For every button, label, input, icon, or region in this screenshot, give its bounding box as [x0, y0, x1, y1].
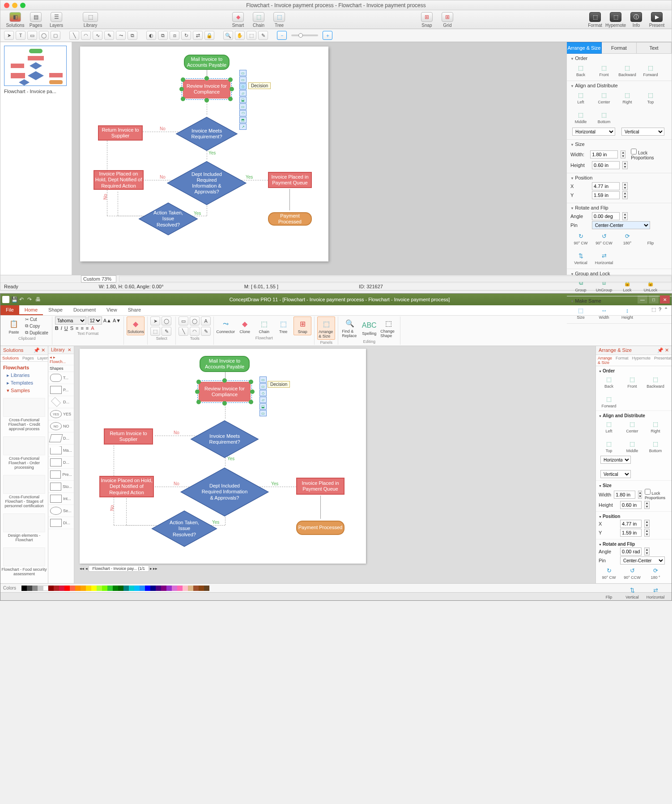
qs-term[interactable]: ▭	[259, 376, 267, 383]
selection-handle[interactable]	[249, 380, 253, 384]
order-front[interactable]: ⬚Front	[595, 64, 612, 77]
maximize-button[interactable]: □	[649, 295, 659, 304]
ellipse-tool[interactable]: ◯	[39, 31, 49, 40]
snap-button[interactable]: ⊞Snap	[417, 12, 437, 28]
align-bottom[interactable]: ⬚Bottom	[595, 111, 612, 124]
qs-decision[interactable]: ◇	[239, 83, 247, 90]
underline-btn[interactable]: U	[64, 325, 68, 331]
chain-button[interactable]: ⬚Chain	[248, 12, 269, 28]
arrange-panel-button[interactable]: ⬚Arrange & Size	[317, 316, 335, 340]
tree-templates[interactable]: ▸ Templates	[3, 379, 45, 387]
pin-icon[interactable]: ✕	[68, 347, 71, 352]
doc-tab[interactable]: Flowchart - Invoice pay... (1/1	[89, 565, 149, 572]
a-right[interactable]: ⬚Right	[647, 420, 664, 433]
order-backward[interactable]: ⬚Backward	[647, 375, 664, 389]
tree-button[interactable]: ⬚Tree	[274, 317, 292, 335]
spline-tool[interactable]: ∿	[93, 31, 102, 40]
selection-handle[interactable]	[228, 97, 233, 101]
order-back[interactable]: ⬚Back	[572, 64, 589, 77]
crop-tool[interactable]: ⬚	[247, 31, 256, 40]
tool-ell[interactable]: ◯	[190, 316, 200, 325]
order-back[interactable]: ⬚Back	[600, 375, 617, 389]
y-input[interactable]	[592, 191, 620, 199]
tab-view[interactable]: View	[101, 305, 123, 315]
selection-handle[interactable]	[196, 380, 201, 384]
a-top[interactable]: ⬚Top	[600, 440, 617, 453]
stepper[interactable]: ▲▼	[622, 161, 628, 169]
same-width[interactable]: ↔Width	[595, 306, 612, 320]
pin-icon[interactable]: 📌 ✕	[34, 347, 45, 353]
r-ccw[interactable]: ↺90° CCW	[624, 566, 641, 580]
tree-libraries[interactable]: ▸ Libraries	[3, 372, 45, 379]
distribute-horiz[interactable]: Horizontal	[572, 128, 615, 136]
pointer-tool[interactable]: ➤	[4, 31, 14, 40]
minimize-button[interactable]: —	[638, 295, 647, 304]
connector-tool[interactable]: ⤳	[116, 31, 126, 40]
selection-handle[interactable]	[179, 87, 184, 91]
lib-manual[interactable]: Ma...	[48, 445, 74, 457]
solutions-button[interactable]: ◆Solutions	[127, 316, 145, 335]
selection-handle[interactable]	[196, 400, 201, 404]
height-input[interactable]	[592, 161, 620, 169]
node-mail-invoice[interactable]: Mail Invoice to Accounts Payable	[200, 356, 250, 372]
qs-manual[interactable]: ⬒	[239, 117, 247, 123]
text-tool[interactable]: T	[16, 31, 26, 40]
qs-db[interactable]: ⬭	[239, 110, 247, 116]
node-mail-invoice[interactable]: Mail Invoice to Accounts Payable	[184, 55, 230, 70]
rotate-cw[interactable]: ↻90° CW	[572, 232, 589, 245]
node-return-invoice[interactable]: Return Invoice to Supplier	[104, 428, 153, 445]
align-r[interactable]: ≡	[86, 325, 89, 331]
group-tool[interactable]: ⧉	[158, 31, 168, 40]
zoom-slider[interactable]	[291, 34, 318, 36]
lib-doc[interactable]: D...	[48, 457, 74, 469]
selection-handle[interactable]	[222, 378, 227, 383]
y-input[interactable]	[620, 529, 642, 537]
clone-tool[interactable]: ⧉	[128, 31, 137, 40]
chain-button[interactable]: ⬚Chain	[255, 317, 273, 335]
zoom-tool[interactable]: 🔍	[223, 31, 233, 40]
library-button[interactable]: ⬚Library	[80, 12, 101, 28]
win-canvas[interactable]: No Yes Yes No Yes No Mail Invoice to Acc…	[80, 349, 366, 564]
cut-button[interactable]: ✂ Cut	[24, 316, 49, 322]
qs-more[interactable]: ↗	[239, 124, 247, 130]
order-forward[interactable]: ⬚Forward	[600, 395, 617, 408]
width-input[interactable]	[590, 150, 618, 158]
rect-tool[interactable]: ▭	[27, 31, 37, 40]
a-center[interactable]: ⬚Center	[624, 420, 641, 433]
lock-prop[interactable]	[645, 489, 651, 495]
quick-shape-panel[interactable]: ▭ ▭ ◇ ▱ ⬓ ▭	[259, 376, 267, 416]
snap-button[interactable]: ⊞Snap	[293, 316, 311, 335]
layers-button[interactable]: ☰Layers	[46, 12, 67, 28]
tool-text[interactable]: A	[201, 316, 211, 325]
order-backward[interactable]: ⬚Backward	[619, 64, 636, 77]
info-button[interactable]: ⓘInfo	[626, 12, 646, 28]
tab-document[interactable]: Document	[68, 305, 101, 315]
tab-nav-prev[interactable]: ◂◂ ◂	[80, 566, 88, 571]
tab-home[interactable]: Home	[19, 305, 43, 315]
pin-icon[interactable]: 📌 ✕	[657, 347, 669, 353]
smart-button[interactable]: ◆Smart	[228, 12, 248, 28]
bold-btn[interactable]: B	[55, 325, 59, 331]
selection-handle[interactable]	[222, 401, 227, 406]
node-payment-processed[interactable]: Payment Processed	[296, 521, 345, 535]
qs-terminator[interactable]: ▭	[239, 70, 247, 76]
lib-seq[interactable]: Se...	[48, 505, 74, 517]
flip-v[interactable]: ⇅Vertical	[624, 586, 641, 599]
copy-button[interactable]: ⧉ Copy	[24, 323, 49, 329]
same-size[interactable]: ⬚Size	[572, 306, 589, 320]
qa-print[interactable]: 🖶	[35, 296, 42, 303]
tree-button[interactable]: ⬚Tree	[269, 12, 289, 28]
node-action-taken[interactable]: Action Taken, Issue Resolved?	[161, 505, 208, 552]
selection-handle[interactable]	[181, 97, 185, 101]
fontsize-select[interactable]: 12	[88, 316, 102, 325]
node-on-hold[interactable]: Invoice Placed on Hold, Dept Notified of…	[99, 476, 154, 497]
node-review-invoice[interactable]: Review Invoice for Compliance	[199, 382, 251, 402]
align-center[interactable]: ⬚Center	[595, 91, 612, 104]
rotate-tool[interactable]: ↻	[181, 31, 191, 40]
lib-predef[interactable]: Pre...	[48, 469, 74, 481]
lib-decision[interactable]: D...	[48, 396, 74, 408]
find-button[interactable]: 🔍Find & Replace	[341, 316, 359, 339]
lock-proportions[interactable]	[631, 149, 637, 154]
tab-file[interactable]: File	[0, 305, 19, 315]
pin-select[interactable]: Center-Center	[592, 221, 650, 229]
